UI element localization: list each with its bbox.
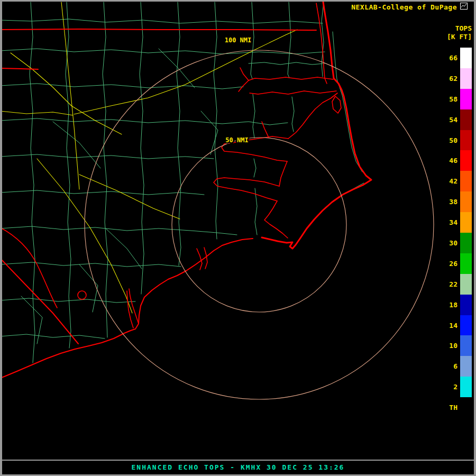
legend-color-swatch xyxy=(460,68,472,89)
legend-color-swatch xyxy=(460,171,472,191)
county-lines-layer xyxy=(0,2,364,363)
legend-value-label: 62 xyxy=(449,75,457,83)
legend-color-swatch xyxy=(460,191,472,212)
legend-value-label: 46 xyxy=(449,157,457,164)
legend-value-label: 66 xyxy=(449,54,457,62)
legend-item: TH xyxy=(449,397,472,418)
legend-value-label: 54 xyxy=(449,116,457,124)
legend-color-swatch xyxy=(460,48,472,68)
legend-units: [K FT] xyxy=(447,33,472,41)
frame-top-border xyxy=(0,0,476,2)
legend-item: 6 xyxy=(449,356,472,377)
legend-item: 10 xyxy=(449,335,472,356)
range-ring-label-100: 100 NMI xyxy=(225,36,252,44)
legend-color-swatch xyxy=(460,233,472,253)
legend-item: 54 xyxy=(449,109,472,130)
legend-item: 22 xyxy=(449,274,472,295)
legend-value-label: 42 xyxy=(449,177,457,185)
radar-screen: 100 NMI 50 NMI NEXLAB-College of DuPage … xyxy=(0,0,476,476)
coastline-layer xyxy=(0,2,371,378)
legend-color-swatch xyxy=(460,274,472,295)
radar-map: 100 NMI 50 NMI xyxy=(0,0,476,476)
legend-item: 42 xyxy=(449,171,472,191)
legend-color-swatch xyxy=(460,335,472,356)
legend-value-label: 26 xyxy=(449,260,457,268)
legend-color-swatch xyxy=(460,109,472,130)
frame-left-border xyxy=(0,0,2,476)
legend-item: 46 xyxy=(449,150,472,171)
legend-value-label: 50 xyxy=(449,136,457,144)
legend-value-label: 14 xyxy=(449,322,457,329)
legend-color-swatch xyxy=(460,356,472,377)
legend-item: 50 xyxy=(449,130,472,151)
range-ring-100nmi xyxy=(85,50,434,399)
legend-value-label: 34 xyxy=(449,218,457,226)
legend-value-label: 22 xyxy=(449,280,457,288)
range-ring-50nmi xyxy=(172,138,346,312)
legend-item: 18 xyxy=(449,295,472,315)
legend-color-swatch xyxy=(460,295,472,315)
legend-color-swatch xyxy=(460,150,472,171)
legend-item: 2 xyxy=(449,377,472,397)
legend-color-swatch xyxy=(460,89,472,109)
range-ring-label-50: 50 NMI xyxy=(225,136,248,144)
legend-value-label: TH xyxy=(449,404,457,411)
legend-item: 58 xyxy=(449,89,472,109)
legend-color-swatch xyxy=(460,315,472,336)
legend-title: TOPS xyxy=(455,24,472,32)
legend-value-label: 18 xyxy=(449,301,457,309)
legend-item: 30 xyxy=(449,233,472,253)
legend-value-label: 30 xyxy=(449,239,457,247)
range-rings-layer: 100 NMI 50 NMI xyxy=(85,36,434,399)
legend-color-swatch xyxy=(460,377,472,397)
legend-color-swatch xyxy=(460,253,472,274)
legend-item: 62 xyxy=(449,68,472,89)
product-caption: ENHANCED ECHO TOPS - KMHX 30 DEC 25 13:2… xyxy=(0,461,476,474)
frame-right-border xyxy=(474,0,476,476)
legend-value-label: 58 xyxy=(449,95,457,103)
legend-item: 34 xyxy=(449,212,472,233)
legend-value-label: 38 xyxy=(449,198,457,206)
legend-color-swatch xyxy=(460,130,472,151)
legend-value-label: 2 xyxy=(453,383,457,391)
legend-item: 66 xyxy=(449,48,472,68)
legend-color-swatch xyxy=(460,397,472,418)
legend-value-label: 10 xyxy=(449,342,457,350)
legend-color-swatch xyxy=(460,212,472,233)
legend-item: 26 xyxy=(449,253,472,274)
legend-item: 38 xyxy=(449,191,472,212)
legend-value-label: 6 xyxy=(453,362,457,370)
legend: TOPS [K FT] 6662585450464238343026221814… xyxy=(423,0,473,476)
legend-items: 66625854504642383430262218141062TH xyxy=(449,48,472,418)
legend-item: 14 xyxy=(449,315,472,336)
